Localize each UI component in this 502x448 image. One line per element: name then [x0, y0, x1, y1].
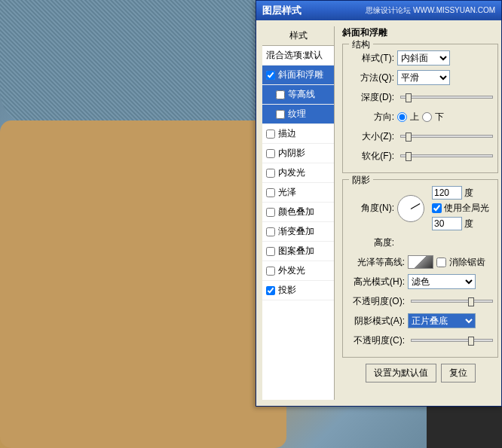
leather-patch: [0, 120, 286, 448]
style-item-2[interactable]: 纹理: [262, 105, 334, 124]
highlight-mode-label: 高光模式(H):: [347, 276, 405, 288]
soften-label: 软化(F):: [347, 150, 394, 163]
denim-texture: [0, 0, 279, 128]
style-label: 样式(T):: [347, 52, 394, 65]
direction-down-radio[interactable]: [422, 112, 432, 122]
opacity2-label: 不透明度(C):: [347, 334, 405, 347]
angle-input[interactable]: [432, 186, 462, 200]
angle-label: 角度(N):: [347, 202, 394, 215]
style-checkbox-11[interactable]: [266, 286, 275, 295]
reset-button[interactable]: 复位: [441, 364, 476, 382]
antialias-checkbox[interactable]: [436, 258, 446, 267]
depth-slider[interactable]: [400, 96, 493, 99]
size-slider[interactable]: [400, 135, 493, 138]
settings-title: 斜面和浮雕: [342, 26, 498, 39]
style-item-5[interactable]: 内发光: [262, 163, 334, 183]
structure-group: 结构 样式(T): 内斜面 方法(Q): 平滑 深度(D): 方向: 上: [342, 44, 498, 173]
structure-label: 结构: [349, 38, 373, 51]
style-select[interactable]: 内斜面: [397, 50, 450, 66]
style-item-8[interactable]: 渐变叠加: [262, 222, 334, 242]
settings-panel: 斜面和浮雕 结构 样式(T): 内斜面 方法(Q): 平滑 深度(D): 方向:: [335, 20, 501, 406]
style-item-1[interactable]: 等高线: [262, 85, 334, 105]
angle-dial[interactable]: [397, 195, 424, 222]
soften-slider[interactable]: [400, 154, 493, 157]
style-list-header[interactable]: 样式: [262, 26, 334, 46]
style-list-panel: 样式 混合选项:默认 斜面和浮雕等高线纹理描边内阴影内发光光泽颜色叠加渐变叠加图…: [262, 26, 335, 400]
gloss-contour-label: 光泽等高线:: [347, 256, 405, 269]
method-label: 方法(Q):: [347, 72, 394, 84]
shadow-mode-select[interactable]: 正片叠底: [408, 313, 476, 328]
highlight-mode-select[interactable]: 滤色: [408, 274, 476, 289]
style-item-4[interactable]: 内阴影: [262, 144, 334, 163]
style-item-0[interactable]: 斜面和浮雕: [262, 66, 334, 85]
style-checkbox-3[interactable]: [266, 130, 275, 139]
style-checkbox-2[interactable]: [276, 110, 285, 119]
style-checkbox-8[interactable]: [266, 227, 275, 236]
blend-options-item[interactable]: 混合选项:默认: [262, 46, 334, 66]
style-item-3[interactable]: 描边: [262, 124, 334, 144]
style-checkbox-4[interactable]: [266, 149, 275, 158]
shadow-group: 阴影 角度(N): 度 使用全局光: [342, 179, 498, 358]
layer-style-dialog: 图层样式 思缘设计论坛 WWW.MISSYUAN.COM 样式 混合选项:默认 …: [256, 0, 502, 407]
shadow-mode-label: 阴影模式(A):: [347, 315, 405, 328]
shadow-group-label: 阴影: [349, 174, 373, 187]
style-checkbox-5[interactable]: [266, 169, 275, 178]
highlight-opacity-slider[interactable]: [411, 300, 493, 303]
set-default-button[interactable]: 设置为默认值: [366, 364, 436, 382]
style-item-10[interactable]: 外发光: [262, 261, 334, 281]
dialog-title: 图层样式: [262, 4, 302, 17]
style-checkbox-6[interactable]: [266, 188, 275, 197]
direction-label: 方向:: [347, 111, 394, 123]
altitude-input[interactable]: [432, 217, 462, 230]
size-label: 大小(Z):: [347, 130, 394, 143]
style-checkbox-10[interactable]: [266, 267, 275, 276]
direction-up-radio[interactable]: [397, 112, 407, 122]
altitude-label: 高度:: [337, 236, 394, 249]
canvas-edge: [427, 407, 502, 448]
method-select[interactable]: 平滑: [397, 70, 450, 85]
opacity1-label: 不透明度(O):: [347, 295, 405, 308]
gloss-contour-swatch[interactable]: [408, 255, 433, 269]
dialog-titlebar[interactable]: 图层样式 思缘设计论坛 WWW.MISSYUAN.COM: [256, 1, 501, 20]
dialog-body: 样式 混合选项:默认 斜面和浮雕等高线纹理描边内阴影内发光光泽颜色叠加渐变叠加图…: [256, 20, 501, 406]
style-item-6[interactable]: 光泽: [262, 183, 334, 203]
use-global-light-checkbox[interactable]: [432, 203, 442, 213]
style-checkbox-7[interactable]: [266, 208, 275, 217]
shadow-opacity-slider[interactable]: [411, 339, 493, 342]
watermark-text: 思缘设计论坛 WWW.MISSYUAN.COM: [366, 5, 495, 16]
style-item-11[interactable]: 投影: [262, 281, 334, 300]
style-item-9[interactable]: 图案叠加: [262, 242, 334, 261]
depth-label: 深度(D):: [347, 91, 394, 104]
style-item-7[interactable]: 颜色叠加: [262, 203, 334, 222]
style-checkbox-0[interactable]: [266, 71, 275, 80]
style-checkbox-9[interactable]: [266, 247, 275, 256]
style-checkbox-1[interactable]: [276, 90, 285, 99]
